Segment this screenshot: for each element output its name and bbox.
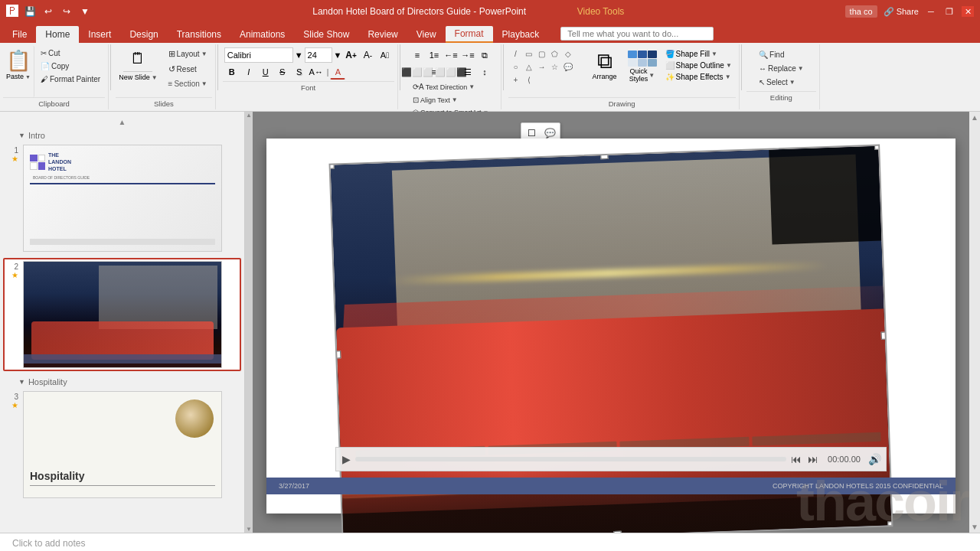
numbering-button[interactable]: 1≡ (426, 47, 442, 63)
decrease-indent-button[interactable]: ←≡ (443, 47, 459, 63)
paste-button[interactable]: 📋 Paste ▼ (3, 46, 34, 97)
scroll-up-button[interactable]: ▲ (119, 118, 126, 126)
scroll-up-right[interactable]: ▲ (969, 112, 980, 123)
col-button[interactable]: ⧉ (477, 47, 492, 63)
shape-fill-button[interactable]: 🪣 Shape Fill ▼ (663, 49, 734, 59)
slide-thumb-1[interactable]: 1 ★ THE LANDON HO (3, 142, 241, 255)
shape-star[interactable]: ☆ (549, 60, 561, 73)
font-size-input[interactable] (305, 47, 332, 63)
copy-button[interactable]: 📄Copy (38, 60, 103, 72)
handle-mr[interactable] (881, 331, 889, 339)
handle-tm[interactable] (600, 152, 608, 159)
layout-button[interactable]: ⊞ Layout ▼ (165, 47, 211, 60)
minimize-button[interactable]: ─ (925, 6, 937, 17)
line-spacing-button[interactable]: ↕ (477, 64, 492, 80)
video-progress[interactable] (355, 457, 786, 461)
clipboard-label: Clipboard (3, 97, 105, 108)
tab-transitions[interactable]: Transitions (168, 26, 230, 43)
strikethrough-button[interactable]: S (275, 64, 290, 80)
play-button[interactable]: ▶ (341, 452, 352, 467)
cut-button[interactable]: ✂Cut (38, 47, 103, 59)
font-color-button[interactable]: A (330, 64, 345, 80)
shape-triangle[interactable]: △ (523, 60, 535, 73)
volume-button[interactable]: 🔊 (868, 453, 881, 465)
restore-button[interactable]: ❐ (943, 6, 956, 17)
shape-outline-button[interactable]: ⬜ Shape Outline ▼ (663, 60, 734, 70)
slide-panel[interactable]: ▲ ▼ Intro 1 ★ (0, 112, 245, 533)
char-spacing-button[interactable]: A↔ (309, 64, 324, 80)
underline-button[interactable]: U (258, 64, 273, 80)
share-button[interactable]: 🔗 Share (884, 7, 919, 17)
clear-format-button[interactable]: A⃝ (377, 47, 393, 63)
slide-canvas[interactable]: ▶ ⏮ ⏭ 00:00.00 🔊 3/27/2017 COPYRIGHT LAN… (266, 139, 956, 514)
tab-format[interactable]: Format (446, 26, 493, 43)
handle-tl[interactable] (328, 161, 334, 168)
tab-review[interactable]: Review (358, 26, 407, 43)
shape-effects-button[interactable]: ✨ Shape Effects ▼ (663, 72, 734, 82)
italic-button[interactable]: I (241, 64, 256, 80)
shape-line[interactable]: / (510, 47, 522, 60)
customize-qat-button[interactable]: ▼ (78, 5, 92, 18)
quick-styles-button[interactable]: Quick Styles ▼ (623, 47, 662, 86)
footer-date: 3/27/2017 (279, 482, 309, 490)
shape-rounded[interactable]: ▢ (536, 47, 548, 60)
format-painter-button[interactable]: 🖌Format Painter (38, 73, 103, 85)
replace-button[interactable]: ↔ Replace ▼ (756, 63, 807, 74)
handle-bm[interactable] (613, 531, 621, 533)
undo-button[interactable]: ↩ (41, 5, 55, 18)
align-text-button[interactable]: ⊡ Align Text ▼ (410, 94, 461, 106)
justify-button[interactable]: ☰ (460, 64, 475, 80)
tab-animations[interactable]: Animations (230, 26, 294, 43)
increase-indent-button[interactable]: →≡ (460, 47, 475, 63)
tab-home[interactable]: Home (36, 26, 79, 43)
arrange-button[interactable]: ⧉ Arrange (588, 47, 622, 83)
find-button[interactable]: 🔍 Find (756, 49, 807, 60)
reset-button[interactable]: ↺ Reset (165, 63, 211, 76)
close-button[interactable]: ✕ (962, 6, 974, 17)
rewind-button[interactable]: ⏮ (789, 452, 803, 467)
shape-extra[interactable]: ⟨ (523, 73, 535, 86)
notes-area[interactable]: Click to add notes (0, 533, 980, 551)
shape-more[interactable]: + (510, 73, 522, 86)
slide-thumb-3[interactable]: 3 ★ Hospitality (3, 388, 241, 501)
section-intro[interactable]: ▼ Intro (3, 128, 241, 142)
tab-slideshow[interactable]: Slide Show (294, 26, 358, 43)
save-button[interactable]: 💾 (23, 5, 37, 18)
font-name-input[interactable] (224, 47, 293, 63)
redo-button[interactable]: ↪ (60, 5, 74, 18)
tab-design[interactable]: Design (120, 26, 167, 43)
forward-button[interactable]: ⏭ (806, 452, 820, 467)
tab-view[interactable]: View (407, 26, 446, 43)
shape-snip[interactable]: ⬠ (549, 47, 561, 60)
slide-thumb-2[interactable]: 2 ★ (3, 258, 241, 371)
right-scrollbar[interactable]: ▲ ▼ (969, 112, 980, 533)
shape-callout[interactable]: 💬 (562, 60, 574, 73)
bold-button[interactable]: B (224, 64, 240, 80)
video-frame[interactable] (328, 145, 893, 533)
align-left-button[interactable]: ⬛⬜⬜ (410, 64, 425, 80)
tell-me-input[interactable] (560, 27, 714, 41)
align-right-button[interactable]: ⬜⬜⬛ (443, 64, 459, 80)
shape-oval[interactable]: ○ (510, 60, 522, 73)
grow-font-button[interactable]: A+ (344, 47, 359, 63)
shadow-button[interactable]: S (292, 64, 307, 80)
handle-ml[interactable] (333, 350, 341, 358)
shapes-gallery[interactable]: / ▭ ▢ ⬠ ◇ ○ △ → ☆ 💬 + ⟨ (510, 47, 586, 86)
scroll-down-right[interactable]: ▼ (969, 521, 980, 533)
tab-insert[interactable]: Insert (79, 26, 120, 43)
section-hospitality[interactable]: ▼ Hospitality (3, 374, 241, 388)
bullets-button[interactable]: ≡ (410, 47, 425, 63)
shape-rect[interactable]: ▭ (523, 47, 535, 60)
tab-playback[interactable]: Playback (493, 26, 549, 43)
tab-file[interactable]: File (3, 26, 36, 43)
new-slide-button[interactable]: 🗒 New Slide ▼ (116, 46, 160, 97)
handle-tr[interactable] (874, 145, 882, 150)
section-button[interactable]: ≡ Section ▼ (165, 78, 211, 90)
shape-arrow[interactable]: → (536, 60, 548, 73)
panel-resize-handle[interactable]: ▲ ▼ (245, 112, 253, 533)
handle-br[interactable] (887, 521, 893, 529)
shrink-font-button[interactable]: A- (361, 47, 376, 63)
shape-diamond[interactable]: ◇ (562, 47, 574, 60)
text-direction-button[interactable]: ⟳A Text Direction ▼ (410, 81, 478, 93)
select-button[interactable]: ↖ Select ▼ (756, 77, 807, 88)
